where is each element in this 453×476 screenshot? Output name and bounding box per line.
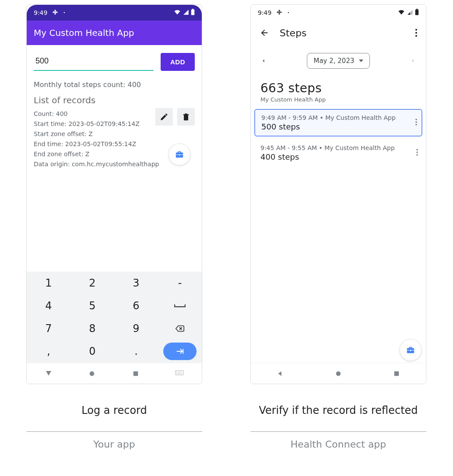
signal-icon bbox=[407, 9, 413, 17]
svg-point-11 bbox=[178, 373, 179, 374]
battery-icon bbox=[415, 9, 419, 17]
hc-top-bar: Steps bbox=[251, 21, 426, 45]
toolbox-fab[interactable] bbox=[400, 339, 421, 361]
svg-rect-26 bbox=[394, 371, 399, 376]
key-5[interactable]: 5 bbox=[70, 294, 114, 317]
space-icon bbox=[174, 301, 186, 311]
svg-point-10 bbox=[177, 373, 178, 374]
right-column: 9:49 • Steps bbox=[250, 4, 426, 450]
key-2[interactable]: 2 bbox=[70, 272, 114, 294]
svg-point-12 bbox=[179, 373, 180, 374]
status-time: 9:49 bbox=[258, 9, 271, 16]
status-dot: • bbox=[63, 11, 65, 15]
key-space[interactable] bbox=[158, 294, 202, 317]
back-button[interactable] bbox=[260, 28, 269, 38]
prev-day-button[interactable] bbox=[260, 58, 267, 64]
svg-point-18 bbox=[415, 35, 417, 37]
briefcase-icon bbox=[406, 345, 415, 355]
fan-icon bbox=[276, 9, 283, 16]
nav-back[interactable] bbox=[276, 370, 284, 378]
wifi-icon bbox=[173, 9, 181, 17]
key-8[interactable]: 8 bbox=[70, 317, 114, 340]
nav-keyboard-toggle[interactable] bbox=[175, 370, 184, 377]
steps-entry[interactable]: 9:45 AM - 9:55 AM • My Custom Health App… bbox=[254, 140, 422, 166]
backspace-icon bbox=[174, 324, 186, 333]
entry-more-menu[interactable] bbox=[415, 119, 417, 127]
key-3[interactable]: 3 bbox=[114, 272, 158, 294]
next-day-button[interactable] bbox=[410, 58, 416, 64]
briefcase-icon bbox=[175, 150, 184, 159]
phone-left: 9:49 • My Custom Health App bbox=[26, 4, 202, 384]
svg-rect-2 bbox=[183, 349, 183, 354]
svg-point-6 bbox=[177, 372, 178, 373]
svg-point-20 bbox=[415, 121, 417, 122]
key-4[interactable]: 4 bbox=[27, 294, 70, 317]
nav-recent[interactable] bbox=[393, 370, 400, 378]
key-7[interactable]: 7 bbox=[27, 317, 70, 340]
total-steps: 663 steps bbox=[260, 81, 416, 95]
svg-point-24 bbox=[416, 154, 418, 155]
svg-point-16 bbox=[415, 29, 417, 31]
toolbox-fab[interactable] bbox=[169, 144, 190, 165]
svg-rect-0 bbox=[192, 9, 193, 10]
edit-button[interactable] bbox=[155, 108, 173, 126]
key-1[interactable]: 1 bbox=[27, 272, 70, 294]
more-menu[interactable] bbox=[415, 29, 417, 37]
nav-home[interactable] bbox=[88, 370, 96, 378]
key-minus[interactable]: - bbox=[158, 272, 202, 294]
chevron-down-icon bbox=[359, 60, 363, 62]
date-selector-row: May 2, 2023 bbox=[251, 45, 426, 69]
signal-icon bbox=[183, 9, 189, 17]
add-button[interactable]: ADD bbox=[161, 53, 195, 71]
entry-value: 500 steps bbox=[261, 122, 415, 131]
svg-point-22 bbox=[416, 149, 418, 150]
key-backspace[interactable] bbox=[158, 317, 202, 340]
battery-icon bbox=[191, 9, 195, 17]
monthly-total-label: Monthly total steps count: 400 bbox=[34, 80, 195, 89]
caption-primary: Verify if the record is reflected bbox=[259, 396, 418, 424]
record-start-zone: Start zone offset: Z bbox=[34, 129, 195, 139]
entry-more-menu[interactable] bbox=[416, 149, 418, 158]
steps-input[interactable] bbox=[34, 53, 154, 71]
nav-home[interactable] bbox=[334, 370, 342, 378]
svg-point-23 bbox=[416, 151, 418, 153]
status-bar: 9:49 • bbox=[27, 5, 202, 21]
caption-secondary: Health Connect app bbox=[291, 439, 386, 450]
entry-value: 400 steps bbox=[260, 152, 416, 161]
key-period[interactable]: . bbox=[114, 340, 158, 363]
caption-divider bbox=[250, 431, 426, 432]
svg-point-21 bbox=[415, 124, 417, 125]
svg-rect-15 bbox=[415, 10, 419, 15]
phone-right: 9:49 • Steps bbox=[250, 4, 426, 384]
caption-primary: Log a record bbox=[81, 396, 147, 424]
svg-point-13 bbox=[181, 373, 182, 374]
key-9[interactable]: 9 bbox=[114, 317, 158, 340]
fan-icon bbox=[52, 9, 59, 16]
app-body: ADD Monthly total steps count: 400 List … bbox=[27, 45, 202, 272]
key-enter[interactable] bbox=[163, 343, 197, 360]
key-0[interactable]: 0 bbox=[70, 340, 114, 363]
key-comma[interactable]: , bbox=[27, 340, 70, 363]
svg-point-17 bbox=[415, 32, 417, 34]
svg-point-19 bbox=[415, 119, 417, 120]
nav-recent[interactable] bbox=[132, 370, 140, 378]
entry-meta: 9:45 AM - 9:55 AM • My Custom Health App bbox=[260, 144, 416, 151]
svg-point-25 bbox=[336, 371, 341, 376]
android-nav-bar bbox=[251, 363, 426, 384]
caption-divider bbox=[26, 431, 202, 432]
app-bar: My Custom Health App bbox=[27, 21, 202, 45]
svg-point-3 bbox=[90, 371, 95, 376]
status-time: 9:49 bbox=[34, 9, 47, 16]
record-block: Count: 400 Start time: 2023-05-02T09:45:… bbox=[34, 109, 195, 170]
svg-rect-14 bbox=[416, 9, 418, 10]
status-dot: • bbox=[287, 11, 289, 15]
svg-rect-4 bbox=[133, 371, 138, 376]
nav-back[interactable] bbox=[45, 370, 53, 378]
numeric-keyboard: 1 2 3 - 4 5 6 7 8 9 bbox=[27, 272, 202, 363]
app-title: My Custom Health App bbox=[34, 28, 134, 38]
delete-button[interactable] bbox=[177, 108, 195, 126]
key-6[interactable]: 6 bbox=[114, 294, 158, 317]
caption-secondary: Your app bbox=[93, 439, 135, 450]
date-picker-chip[interactable]: May 2, 2023 bbox=[307, 53, 369, 69]
steps-entry[interactable]: 9:49 AM - 9:59 AM • My Custom Health App… bbox=[254, 109, 422, 136]
